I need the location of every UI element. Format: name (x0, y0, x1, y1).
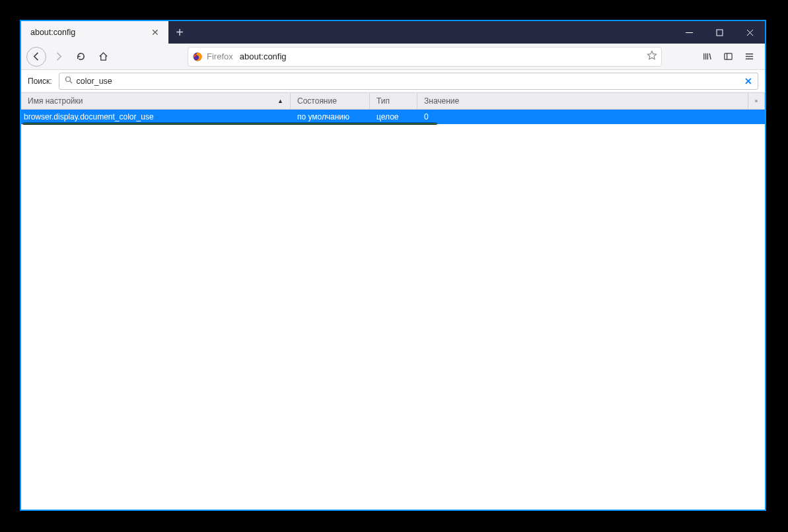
config-content: browser.display.document_color_use по ум… (21, 110, 765, 510)
maximize-button[interactable] (704, 21, 734, 44)
svg-point-10 (65, 77, 70, 82)
search-value: color_use (77, 77, 744, 86)
home-button[interactable] (92, 46, 114, 67)
svg-rect-13 (755, 101, 757, 102)
forward-button (48, 46, 69, 67)
bookmark-star-icon[interactable] (647, 50, 657, 63)
pref-value: 0 (417, 110, 765, 124)
url-bar[interactable]: Firefox about:config (188, 47, 662, 67)
firefox-icon (192, 51, 203, 62)
menu-icon[interactable] (738, 46, 760, 67)
titlebar: about:config ✕ + (21, 21, 765, 44)
clear-search-icon[interactable]: ✕ (744, 76, 752, 86)
svg-rect-14 (755, 102, 757, 102)
svg-rect-1 (717, 30, 723, 36)
search-icon (65, 76, 73, 86)
col-picker-icon[interactable] (748, 93, 765, 109)
col-type[interactable]: Тип (370, 93, 417, 109)
config-search-bar: Поиск: color_use ✕ (21, 70, 765, 92)
svg-rect-5 (724, 53, 731, 59)
highlight-annotation (22, 123, 437, 125)
sort-asc-icon: ▲ (277, 98, 283, 104)
pref-type: целое (370, 110, 417, 124)
sidebar-icon[interactable] (717, 46, 738, 67)
svg-rect-12 (755, 100, 757, 101)
window-controls (674, 21, 765, 44)
back-button[interactable] (26, 47, 46, 67)
browser-tab[interactable]: about:config ✕ (21, 21, 168, 44)
col-value[interactable]: Значение (417, 93, 748, 109)
minimize-button[interactable] (674, 21, 704, 44)
library-icon[interactable] (696, 46, 717, 67)
toolbar-right-icons (696, 46, 760, 67)
url-identity-label: Firefox (207, 51, 233, 61)
tab-title: about:config (30, 28, 149, 37)
col-state[interactable]: Состояние (291, 93, 370, 109)
pref-state: по умолчанию (291, 110, 370, 124)
reload-button[interactable] (70, 46, 91, 67)
pref-name: browser.display.document_color_use (21, 110, 291, 124)
new-tab-button[interactable]: + (168, 21, 191, 44)
col-name[interactable]: Имя настройки ▲ (21, 93, 291, 109)
tab-close-icon[interactable]: ✕ (149, 27, 162, 38)
columns-header: Имя настройки ▲ Состояние Тип Значение (21, 92, 765, 110)
pref-row[interactable]: browser.display.document_color_use по ум… (21, 110, 765, 124)
browser-window: about:config ✕ + (20, 20, 766, 511)
svg-line-11 (70, 81, 72, 83)
close-window-button[interactable] (734, 21, 765, 44)
search-input[interactable]: color_use ✕ (59, 73, 758, 90)
url-text: about:config (240, 51, 647, 61)
search-label: Поиск: (28, 77, 52, 86)
nav-toolbar: Firefox about:config (21, 44, 765, 70)
